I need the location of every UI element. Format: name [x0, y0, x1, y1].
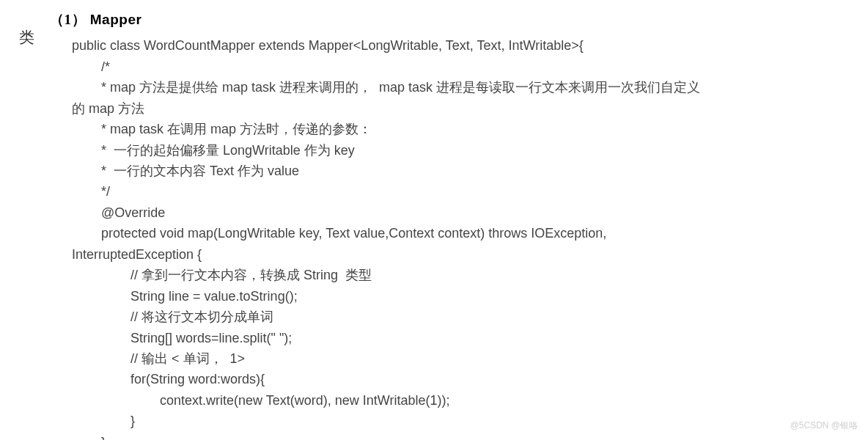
code-line: // 输出 < 单词， 1> [72, 348, 853, 369]
code-line: context.write(new Text(word), new IntWri… [72, 390, 853, 411]
code-line: // 拿到一行文本内容，转换成 String 类型 [72, 265, 853, 285]
code-line: */ [72, 181, 853, 202]
code-line-wrap: 的 map 方法 [72, 98, 853, 119]
code-line: public class WordCountMapper extends Map… [72, 35, 853, 56]
code-line: * 一行的文本内容 Text 作为 value [72, 161, 853, 181]
heading-title: Mapper [90, 12, 142, 27]
code-line: String[] words=line.split(" "); [72, 328, 853, 348]
code-line: * 一行的起始偏移量 LongWritable 作为 key [72, 140, 853, 161]
code-line-wrap: InterruptedException { [72, 244, 853, 265]
code-line: } [72, 411, 853, 431]
content-area: （1） Mapper public class WordCountMapper … [50, 9, 868, 440]
code-line: @Override [72, 202, 853, 223]
side-label: 类 [19, 25, 34, 50]
watermark: @5CSDN @银咯 [790, 419, 858, 433]
code-line: for(String word:words){ [72, 369, 853, 389]
code-block: public class WordCountMapper extends Map… [50, 35, 853, 440]
code-line: protected void map(LongWritable key, Tex… [72, 223, 853, 243]
code-line: // 将这行文本切分成单词 [72, 307, 853, 327]
code-line: * map 方法是提供给 map task 进程来调用的， map task 进… [72, 77, 853, 98]
code-line: } [72, 432, 853, 440]
code-line: /* [72, 56, 853, 77]
heading-number: （1） [50, 12, 86, 27]
code-line: String line = value.toString(); [72, 286, 853, 307]
section-heading: （1） Mapper [50, 9, 853, 31]
code-line: * map task 在调用 map 方法时，传递的参数： [72, 119, 853, 139]
